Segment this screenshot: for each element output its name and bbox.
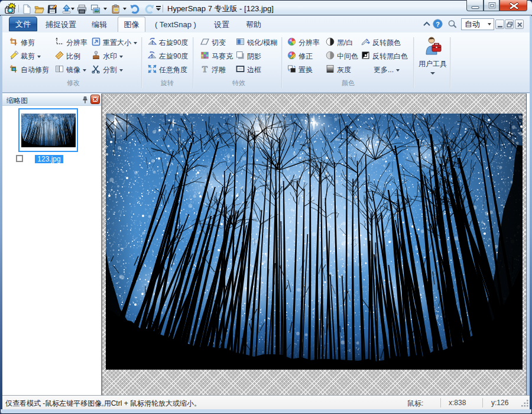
svg-text:T: T xyxy=(202,65,208,73)
svg-text:?: ? xyxy=(436,21,440,28)
